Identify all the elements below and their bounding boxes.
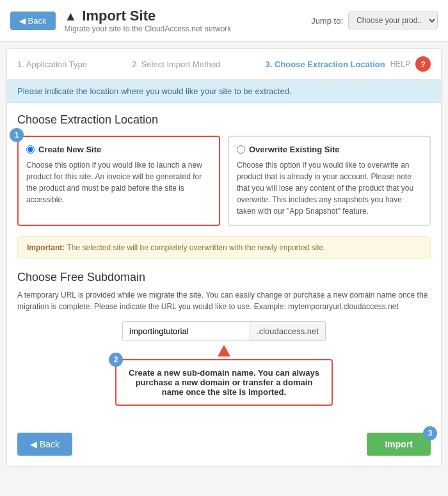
- important-bar: Important: The selected site will be com…: [17, 236, 431, 259]
- jump-to-label: Jump to:: [311, 16, 343, 26]
- jump-to-select[interactable]: Choose your prod...: [348, 12, 438, 29]
- page-header: ◀ Back ▲ Import Site Migrate your site t…: [0, 0, 448, 42]
- title-text: Import Site: [82, 8, 156, 24]
- important-label: Important:: [27, 243, 65, 252]
- header-back-button[interactable]: ◀ Back: [10, 12, 56, 30]
- subdomain-input-row: .cloudaccess.net: [17, 321, 431, 341]
- badge-3: 3: [423, 426, 437, 440]
- import-button[interactable]: Import 3: [367, 433, 431, 456]
- subdomain-title: Choose Free Subdomain: [17, 271, 431, 284]
- step-2: 2. Select Import Method: [132, 60, 220, 69]
- create-new-site-desc: Choose this option if you would like to …: [26, 159, 211, 205]
- header-title-area: ▲ Import Site Migrate your site to the C…: [65, 8, 232, 33]
- mountain-icon: ▲: [65, 9, 77, 24]
- help-label-text: HELP: [390, 60, 410, 68]
- up-arrow-icon: [218, 345, 230, 356]
- subdomain-input[interactable]: [122, 321, 250, 341]
- overwrite-site-desc: Choose this option if you would like to …: [237, 159, 422, 217]
- arrow-container: [17, 345, 431, 356]
- badge-2: 2: [109, 353, 123, 367]
- important-text: The selected site will be completely ove…: [67, 243, 325, 252]
- steps-bar: 1. Application Type 2. Select Import Met…: [7, 49, 441, 80]
- header-left: ◀ Back ▲ Import Site Migrate your site t…: [10, 8, 231, 33]
- tooltip-text: Create a new sub-domain name. You can al…: [129, 368, 319, 397]
- page-title: ▲ Import Site: [65, 8, 232, 24]
- overwrite-site-radio[interactable]: [237, 145, 245, 154]
- header-right: Jump to: Choose your prod...: [311, 12, 438, 29]
- overwrite-site-label: Overwrite Existing Site: [237, 145, 422, 154]
- create-new-site-radio[interactable]: [26, 145, 35, 154]
- options-row: 1 Create New Site Choose this option if …: [17, 136, 431, 226]
- subdomain-suffix: .cloudaccess.net: [250, 321, 326, 341]
- badge-1: 1: [10, 128, 24, 142]
- steps-right: 3. Choose Extraction Location HELP ?: [266, 56, 431, 72]
- help-button[interactable]: ?: [415, 56, 431, 72]
- import-button-label: Import: [385, 439, 413, 449]
- create-new-site-label: Create New Site: [26, 145, 211, 154]
- tooltip-box: 2 Create a new sub-domain name. You can …: [115, 359, 333, 406]
- extraction-location-title: Choose Extraction Location: [17, 113, 431, 127]
- create-new-site-option[interactable]: Create New Site Choose this option if yo…: [17, 136, 220, 226]
- content-area: Choose Extraction Location 1 Create New …: [7, 103, 441, 426]
- subdomain-desc: A temporary URL is provided while we mig…: [17, 289, 431, 312]
- step-1: 1. Application Type: [17, 60, 87, 69]
- info-bar: Please indicate the location where you w…: [7, 80, 441, 103]
- main-content: 1. Application Type 2. Select Import Met…: [6, 48, 442, 467]
- step-3: 3. Choose Extraction Location: [266, 60, 385, 69]
- overwrite-existing-site-option[interactable]: Overwrite Existing Site Choose this opti…: [228, 136, 431, 226]
- page-subtitle: Migrate your site to the CloudAccess.net…: [65, 24, 232, 33]
- footer-back-button[interactable]: ◀ Back: [17, 433, 72, 456]
- footer-row: ◀ Back Import 3: [7, 426, 441, 466]
